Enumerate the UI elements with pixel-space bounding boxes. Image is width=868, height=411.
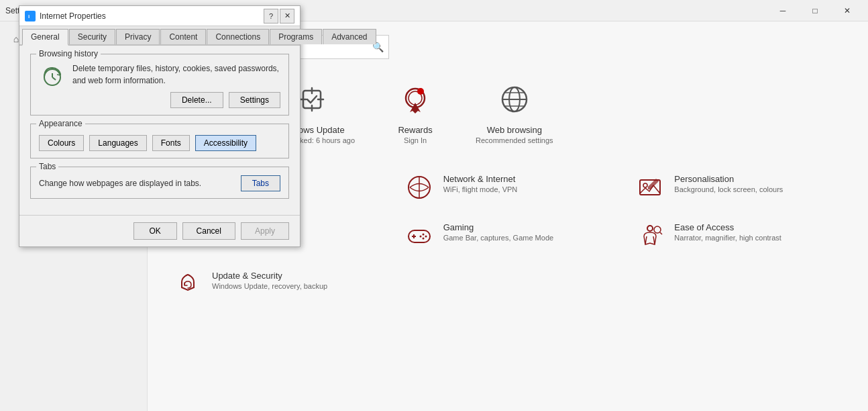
- tabs-section-label: Tabs: [36, 162, 58, 171]
- grid-item-personalisation[interactable]: Personalisation Background, lock screen,…: [637, 171, 841, 203]
- grid-item-gaming[interactable]: Gaming Game Bar, captures, Game Mode: [406, 220, 610, 252]
- grid-item-ease-of-access-text: Ease of Access Narrator, magnifier, high…: [674, 222, 781, 242]
- gaming-subtitle: Game Bar, captures, Game Mode: [443, 234, 553, 242]
- icon-card-web-browsing[interactable]: Web browsing Recommended settings: [476, 79, 553, 144]
- svg-line-30: [660, 232, 662, 234]
- icon-card-rewards[interactable]: Rewards Sign In: [382, 79, 449, 144]
- dialog-tab-programs[interactable]: Programs: [270, 29, 322, 44]
- svg-point-22: [422, 234, 424, 236]
- svg-point-3: [417, 88, 424, 95]
- rewards-icon: [395, 79, 435, 120]
- ease-of-access-subtitle: Narrator, magnifier, high contrast: [674, 234, 781, 242]
- internet-properties-dialog: i Internet Properties ? ✕ General Securi…: [19, 5, 301, 247]
- dialog-tab-general[interactable]: General: [22, 29, 68, 46]
- update-security-icon: [174, 271, 201, 298]
- grid-item-update-security-text: Update & Security Windows Update, recove…: [212, 271, 327, 290]
- web-browsing-subtitle: Recommended settings: [476, 136, 553, 144]
- appearance-buttons: Colours Languages Fonts Accessibility: [39, 135, 280, 151]
- svg-point-23: [425, 236, 427, 238]
- dialog-tab-advanced[interactable]: Advanced: [323, 29, 376, 44]
- appearance-section: Appearance Colours Languages Fonts Acces…: [30, 124, 289, 158]
- tabs-description: Change how webpages are displayed in tab…: [39, 179, 233, 188]
- dialog-tab-security[interactable]: Security: [69, 29, 115, 44]
- clock-icon: [39, 62, 66, 89]
- ease-of-access-icon: [637, 222, 663, 249]
- network-icon: [406, 174, 433, 201]
- web-browsing-icon: [494, 79, 535, 120]
- maximize-button[interactable]: □: [800, 0, 830, 21]
- ok-button[interactable]: OK: [133, 222, 177, 240]
- svg-point-26: [647, 226, 653, 231]
- rewards-subtitle: Sign In: [404, 136, 427, 144]
- gaming-title: Gaming: [443, 222, 553, 232]
- personalisation-title: Personalisation: [674, 174, 783, 184]
- update-security-subtitle: Windows Update, recovery, backup: [212, 282, 327, 290]
- dialog-footer: OK Cancel Apply: [19, 215, 300, 246]
- web-browsing-title: Web browsing: [487, 125, 542, 135]
- settings-button[interactable]: Settings: [229, 92, 280, 108]
- rewards-title: Rewards: [398, 125, 432, 135]
- browsing-history-section: Browsing history Delete temporary files,…: [30, 54, 289, 116]
- dialog-title-icon: i: [25, 11, 36, 21]
- dialog-tab-content[interactable]: Content: [160, 29, 206, 44]
- browsing-history-content: Delete temporary files, history, cookies…: [39, 62, 280, 108]
- svg-point-25: [419, 236, 421, 238]
- svg-point-29: [654, 226, 661, 233]
- titlebar-controls: ─ □ ✕: [767, 0, 863, 21]
- bh-description: Delete temporary files, history, cookies…: [72, 62, 280, 87]
- gaming-icon: [406, 222, 433, 249]
- dialog-tabs: General Security Privacy Content Connect…: [19, 26, 300, 46]
- tabs-section-group: Tabs Change how webpages are displayed i…: [30, 167, 289, 199]
- appearance-label: Appearance: [36, 119, 85, 128]
- close-button[interactable]: ✕: [832, 0, 863, 21]
- dialog-body: Browsing history Delete temporary files,…: [19, 46, 300, 215]
- bh-right: Delete temporary files, history, cookies…: [72, 62, 280, 108]
- grid-item-ease-of-access[interactable]: Ease of Access Narrator, magnifier, high…: [637, 220, 841, 252]
- svg-line-28: [653, 236, 655, 244]
- dialog-tab-privacy[interactable]: Privacy: [116, 29, 160, 44]
- bh-buttons: Delete... Settings: [72, 92, 280, 108]
- grid-item-network-text: Network & Internet WiFi, flight mode, VP…: [443, 174, 518, 193]
- dialog-help-button[interactable]: ?: [264, 9, 278, 24]
- tabs-button[interactable]: Tabs: [241, 175, 280, 191]
- tabs-section-content: Change how webpages are displayed in tab…: [39, 175, 280, 191]
- grid-item-personalisation-text: Personalisation Background, lock screen,…: [674, 174, 783, 193]
- update-security-title: Update & Security: [212, 271, 327, 281]
- network-title: Network & Internet: [443, 174, 518, 184]
- ease-of-access-title: Ease of Access: [674, 222, 781, 232]
- browsing-history-label: Browsing history: [36, 49, 101, 58]
- accessibility-button[interactable]: Accessibility: [195, 135, 256, 151]
- svg-point-24: [422, 238, 424, 240]
- svg-line-27: [645, 236, 647, 244]
- personalisation-icon: [637, 174, 663, 201]
- delete-button[interactable]: Delete...: [170, 92, 223, 108]
- dialog-close-button[interactable]: ✕: [280, 9, 294, 24]
- dialog-title-text: Internet Properties: [40, 11, 260, 21]
- minimize-button[interactable]: ─: [767, 0, 798, 21]
- apply-button[interactable]: Apply: [241, 222, 289, 240]
- languages-button[interactable]: Languages: [89, 135, 146, 151]
- dialog-ctrl-btns: ? ✕: [264, 9, 294, 24]
- colours-button[interactable]: Colours: [39, 135, 84, 151]
- network-subtitle: WiFi, flight mode, VPN: [443, 185, 518, 193]
- grid-item-network[interactable]: Network & Internet WiFi, flight mode, VP…: [406, 171, 610, 203]
- grid-item-gaming-text: Gaming Game Bar, captures, Game Mode: [443, 222, 553, 242]
- fonts-button[interactable]: Fonts: [152, 135, 190, 151]
- grid-item-update-security[interactable]: Update & Security Windows Update, recove…: [174, 268, 379, 300]
- svg-point-16: [643, 183, 647, 187]
- personalisation-subtitle: Background, lock screen, colours: [674, 185, 783, 193]
- dialog-tab-connections[interactable]: Connections: [207, 29, 269, 44]
- cancel-button[interactable]: Cancel: [182, 222, 235, 240]
- dialog-titlebar: i Internet Properties ? ✕: [19, 6, 300, 26]
- svg-text:i: i: [28, 13, 30, 19]
